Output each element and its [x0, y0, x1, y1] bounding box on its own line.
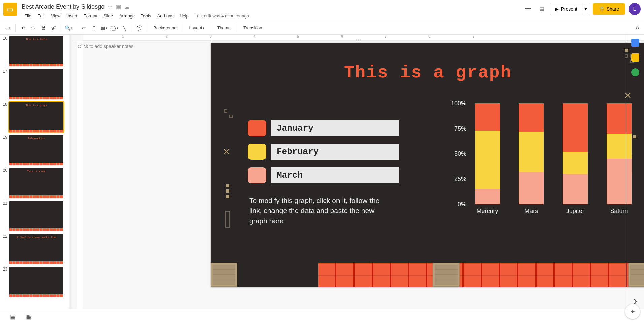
trend-icon[interactable]: 〰: [523, 4, 533, 14]
filmstrip[interactable]: 16This is a table1718This is a graph19In…: [0, 35, 69, 309]
thumb-row[interactable]: 21: [1, 201, 66, 231]
thumb-row[interactable]: 17: [1, 69, 66, 99]
layout-button[interactable]: Layout▾: [186, 23, 208, 33]
menu-file[interactable]: File: [22, 12, 34, 20]
slide-note-text[interactable]: To modify this graph, click on it, follo…: [249, 195, 391, 226]
ruler-tick: 1: [122, 35, 124, 38]
thumb-row[interactable]: 16This is a table: [1, 36, 66, 66]
menu-bar: FileEditViewInsertFormatSlideArrangeTool…: [22, 12, 523, 20]
shape-tool[interactable]: ◯▾: [109, 23, 119, 33]
title-area: Best Arcade Event by Slidesgo ☆ ▣ ☁ File…: [22, 3, 523, 20]
legend-row: January: [248, 120, 399, 136]
slide-thumbnail[interactable]: Infographics: [9, 135, 63, 165]
line-tool[interactable]: ╲: [120, 23, 129, 33]
thumb-number: 22: [1, 234, 9, 264]
menu-format[interactable]: Format: [81, 12, 100, 20]
thumb-row[interactable]: 20This is a map: [1, 168, 66, 198]
menu-add-ons[interactable]: Add-ons: [155, 12, 176, 20]
slide-thumbnail[interactable]: This is a map: [9, 168, 63, 198]
menu-insert[interactable]: Insert: [64, 12, 80, 20]
calendar-icon[interactable]: [631, 39, 639, 47]
segment-february: [475, 131, 500, 189]
ruler-tick: 2: [166, 35, 168, 38]
comments-icon[interactable]: ▤: [537, 4, 547, 14]
slide-thumbnail[interactable]: A timeline always works fine: [9, 234, 63, 264]
bar-jupiter: [563, 103, 588, 204]
menu-view[interactable]: View: [48, 12, 63, 20]
vertical-ruler: [77, 41, 83, 309]
toolbar: +▾ ↶ ↷ 🖶 🖌 🔍▾ ▭ 🅃 ▧▾ ◯▾ ╲ 💬 Background L…: [0, 21, 644, 35]
segment-march: [475, 189, 500, 204]
present-button[interactable]: ▶ Present: [550, 3, 582, 15]
speaker-notes[interactable]: Click to add speaker notes: [72, 41, 644, 52]
tasks-icon[interactable]: [631, 68, 639, 76]
slide-thumbnail[interactable]: [9, 201, 63, 231]
chart-bars: [475, 103, 632, 204]
menu-edit[interactable]: Edit: [35, 12, 47, 20]
expand-panel-icon[interactable]: ❯: [633, 298, 637, 304]
slide-thumbnail[interactable]: [9, 267, 63, 297]
grid-view-icon[interactable]: ▦: [26, 313, 32, 320]
filmstrip-scrollbar[interactable]: [69, 35, 72, 309]
ruler-tick: 6: [341, 35, 343, 38]
paint-format-button[interactable]: 🖌: [49, 23, 58, 33]
slide-canvas[interactable]: This is a graph ✕ ✕ JanuaryFe: [211, 43, 644, 287]
thumb-row[interactable]: 18This is a graph: [1, 102, 66, 132]
x-axis-labels: MercuryMarsJupiterSaturn: [475, 208, 632, 215]
cloud-icon[interactable]: ☁: [124, 4, 130, 10]
keep-icon[interactable]: [631, 53, 639, 62]
filmstrip-view-icon[interactable]: ▤: [10, 313, 16, 320]
main-area: 16This is a table1718This is a graph19In…: [0, 35, 644, 309]
zoom-button[interactable]: 🔍▾: [64, 23, 73, 33]
thumb-number: 18: [1, 102, 9, 132]
notes-placeholder: Click to add speaker notes: [78, 44, 133, 49]
comment-tool[interactable]: 💬: [135, 23, 144, 33]
transition-button[interactable]: Transition: [240, 23, 266, 33]
thumb-row[interactable]: 23: [1, 267, 66, 297]
chart-legend: JanuaryFebruaryMarch: [248, 120, 399, 191]
legend-swatch-icon: [248, 120, 266, 136]
slides-logo-icon[interactable]: ▭: [3, 3, 17, 16]
menu-arrange[interactable]: Arrange: [117, 12, 137, 20]
avatar[interactable]: L: [629, 3, 641, 15]
collapse-toolbar-icon[interactable]: ᐱ: [636, 25, 639, 31]
print-button[interactable]: 🖶: [39, 23, 48, 33]
segment-january: [563, 103, 588, 152]
last-edit-link[interactable]: Last edit was 4 minutes ago: [192, 12, 252, 20]
menu-tools[interactable]: Tools: [138, 12, 154, 20]
menu-help[interactable]: Help: [177, 12, 191, 20]
menu-slide[interactable]: Slide: [101, 12, 116, 20]
slide-title[interactable]: This is a graph: [211, 63, 644, 83]
star-icon[interactable]: ☆: [108, 4, 112, 10]
stacked-bar-chart[interactable]: 100%75%50%25%0% MercuryMarsJupiterSaturn: [443, 103, 632, 236]
slide-thumbnail[interactable]: This is a table: [9, 36, 63, 66]
slide-thumbnail[interactable]: [9, 69, 63, 99]
doc-title[interactable]: Best Arcade Event by Slidesgo: [22, 3, 104, 10]
present-dropdown[interactable]: ▾: [582, 3, 589, 15]
theme-button[interactable]: Theme: [214, 23, 234, 33]
background-button[interactable]: Background: [150, 23, 180, 33]
thumb-number: 23: [1, 267, 9, 297]
ruler-tick: 7: [385, 35, 387, 38]
notes-resize-handle[interactable]: [352, 39, 365, 42]
brick-block-icon: [433, 263, 460, 287]
undo-button[interactable]: ↶: [19, 23, 28, 33]
pixel-deco: [226, 189, 229, 193]
image-tool[interactable]: ▧▾: [99, 23, 109, 33]
thumb-row[interactable]: 22A timeline always works fine: [1, 234, 66, 264]
thumb-row[interactable]: 19Infographics: [1, 135, 66, 165]
ruler-tick: 5: [297, 35, 299, 38]
textbox-tool[interactable]: 🅃: [89, 23, 99, 33]
move-icon[interactable]: ▣: [116, 4, 121, 10]
slide-thumbnail[interactable]: This is a graph: [9, 102, 63, 132]
pixel-deco: [229, 115, 233, 118]
segment-march: [519, 172, 544, 204]
explore-button[interactable]: ✦: [625, 304, 640, 319]
x-label: Jupiter: [563, 208, 588, 215]
new-slide-button[interactable]: +▾: [3, 23, 13, 33]
share-button[interactable]: 🔒 Share: [593, 3, 625, 15]
redo-button[interactable]: ↷: [29, 23, 38, 33]
brick-block-icon: [211, 263, 237, 287]
bottom-bar: ▤ ▦: [0, 310, 626, 323]
select-tool[interactable]: ▭: [79, 23, 89, 33]
